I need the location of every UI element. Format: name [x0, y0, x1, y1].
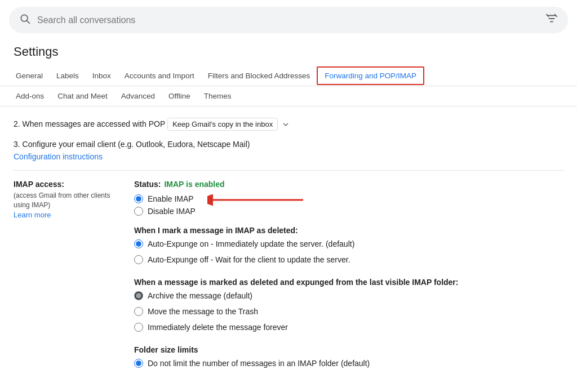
step3-section: 3. Configure your email client (e.g. Out… [14, 140, 563, 161]
imap-disable-radio[interactable] [134, 207, 143, 216]
page-title: Settings [0, 40, 577, 66]
red-arrow-indicator [207, 193, 309, 207]
config-instructions-link[interactable]: Configuration instructions [14, 152, 103, 161]
nav-tabs-row2: Add-ons Chat and Meet Advanced Offline T… [0, 86, 577, 106]
imap-enable-radio[interactable] [134, 194, 143, 203]
tab-forwarding[interactable]: Forwarding and POP/IMAP [317, 66, 424, 85]
imap-heading: IMAP access: [14, 180, 121, 189]
step3-label: 3. Configure your email client (e.g. Out… [14, 140, 563, 149]
tab-offline[interactable]: Offline [162, 86, 197, 106]
divider [14, 170, 563, 171]
imap-enable-label: Enable IMAP [148, 194, 194, 203]
imap-disable-label: Disable IMAP [148, 207, 196, 216]
auto-expunge-off-label: Auto-Expunge off - Wait for the client t… [148, 255, 350, 264]
imap-learn-more-link[interactable]: Learn more [14, 211, 51, 219]
auto-expunge-on-radio[interactable] [134, 239, 143, 248]
trash-label: Move the message to the Trash [148, 307, 258, 316]
tab-labels[interactable]: Labels [50, 66, 86, 86]
when-expunged-title: When a message is marked as deleted and … [134, 278, 563, 287]
step2-section: 2. When messages are accessed with POP K… [14, 118, 563, 131]
folder-size-options: Do not limit the number of messages in a… [134, 359, 563, 371]
main-content: 2. When messages are accessed with POP K… [0, 106, 577, 382]
tab-accounts[interactable]: Accounts and Import [118, 66, 201, 86]
tab-themes[interactable]: Themes [197, 86, 238, 106]
tab-general[interactable]: General [9, 66, 50, 86]
no-limit-label: Do not limit the number of messages in a… [148, 359, 370, 368]
no-limit-option: Do not limit the number of messages in a… [134, 359, 563, 368]
svg-line-6 [547, 15, 549, 17]
imap-status-line: Status: IMAP is enabled [134, 180, 563, 189]
imap-status-value: IMAP is enabled [164, 180, 224, 189]
auto-expunge-on-option: Auto-Expunge on - Immediately update the… [134, 239, 563, 248]
tab-addons[interactable]: Add-ons [9, 86, 51, 106]
nav-tabs-row1: General Labels Inbox Accounts and Import… [0, 66, 577, 86]
step2-label: 2. When messages are accessed with POP K… [14, 118, 563, 131]
search-icon [19, 13, 30, 27]
tab-chat[interactable]: Chat and Meet [51, 86, 114, 106]
when-deleted-options: Auto-Expunge on - Immediately update the… [134, 239, 563, 268]
svg-line-1 [27, 21, 30, 24]
delete-forever-option: Immediately delete the message forever [134, 323, 563, 332]
imap-label-column: IMAP access: (access Gmail from other cl… [14, 180, 121, 219]
no-limit-radio[interactable] [134, 359, 143, 368]
imap-enable-option-row: Enable IMAP [134, 194, 563, 207]
imap-description: (access Gmail from other clients using I… [14, 191, 121, 210]
when-expunged-options: Archive the message (default) Move the m… [134, 291, 563, 335]
auto-expunge-on-label: Auto-Expunge on - Immediately update the… [148, 239, 354, 248]
svg-line-5 [555, 15, 557, 17]
auto-expunge-off-radio[interactable] [134, 255, 143, 264]
folder-size-title: Folder size limits [134, 345, 563, 354]
tab-inbox[interactable]: Inbox [86, 66, 118, 86]
pop-dropdown[interactable]: Keep Gmail's copy in the inbox [167, 118, 278, 131]
imap-disable-option: Disable IMAP [134, 207, 563, 216]
tab-filters[interactable]: Filters and Blocked Addresses [201, 66, 317, 86]
filter-icon[interactable] [545, 12, 558, 28]
imap-enable-option: Enable IMAP [134, 194, 194, 203]
when-deleted-title: When I mark a message in IMAP as deleted… [134, 226, 563, 235]
archive-radio[interactable] [134, 291, 143, 300]
tab-advanced[interactable]: Advanced [114, 86, 162, 106]
trash-option: Move the message to the Trash [134, 307, 563, 316]
delete-forever-radio[interactable] [134, 323, 143, 332]
archive-option: Archive the message (default) [134, 291, 563, 300]
delete-forever-label: Immediately delete the message forever [148, 323, 288, 332]
imap-status-label: Status: [134, 180, 161, 189]
search-input[interactable] [37, 15, 539, 25]
archive-label: Archive the message (default) [148, 291, 252, 300]
imap-section: IMAP access: (access Gmail from other cl… [14, 180, 563, 371]
trash-radio[interactable] [134, 307, 143, 316]
search-bar [9, 7, 568, 33]
imap-controls: Status: IMAP is enabled Enable IMAP [134, 180, 563, 371]
auto-expunge-off-option: Auto-Expunge off - Wait for the client t… [134, 255, 563, 264]
